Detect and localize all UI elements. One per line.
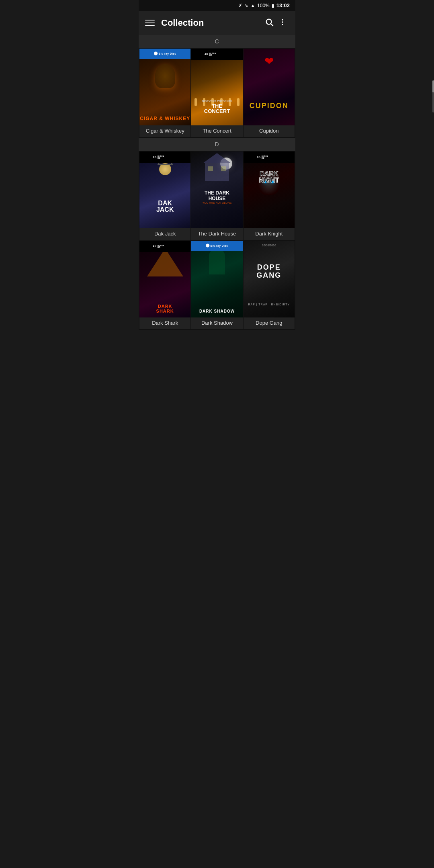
poster-art-darkshark: DARKSHARK [139, 241, 190, 317]
badge-bluray-darkshadow: Blu-ray Disc [191, 241, 242, 251]
section-header-d: D [139, 138, 295, 151]
shadow-body-art [209, 248, 225, 274]
menu-line-1 [145, 20, 155, 20]
house-roof-art [203, 153, 231, 163]
house-body [205, 163, 229, 181]
movie-title-darkknight: Dark Knight [244, 228, 295, 240]
menu-button[interactable] [145, 20, 155, 26]
status-time: 13:02 [276, 2, 290, 8]
svg-text:Blu-ray Disc: Blu-ray Disc [158, 52, 176, 55]
list-item[interactable]: 4K ULTRA HD DAKJACK Dak Jack [139, 151, 190, 240]
concert-title-text: BIGEVENT PRESENTS THECONCERT [191, 100, 242, 114]
movie-title-cupidon: Cupidon [244, 125, 295, 137]
movie-title-dakjack: Dak Jack [139, 228, 190, 240]
4k-badge-darkshark-icon: 4K ULTRA HD [152, 242, 178, 250]
dope-gang-subtitle: RAP | TRAP | RNB/DIRTY [244, 303, 295, 306]
bluray-badge-darkshadow-icon: Blu-ray Disc [205, 242, 229, 249]
page-title: Collection [161, 18, 262, 28]
battery-icon: ▮ [272, 3, 274, 8]
badge-4k-darkknight: 4K ULTRA HD [244, 151, 295, 163]
triangle-art [147, 248, 183, 276]
list-item[interactable]: THE DARKHOUSE YOU ARE NOT ALONE The Dark… [191, 151, 242, 240]
badge-4k-concert: 4K ULTRA HD [191, 49, 242, 60]
more-options-icon [278, 18, 287, 26]
poster-dak-jack: 4K ULTRA HD DAKJACK [139, 151, 190, 228]
wifi-icon: ∿ [244, 3, 248, 8]
svg-point-3 [282, 21, 283, 23]
poster-dope-gang: DOPEGANG RAP | TRAP | RNB/DIRTY 26/06/20… [244, 241, 295, 317]
svg-text:4K: 4K [205, 53, 209, 55]
list-item[interactable]: DOPEGANG RAP | TRAP | RNB/DIRTY 26/06/20… [244, 241, 295, 329]
menu-line-3 [145, 25, 155, 26]
search-icon [265, 18, 274, 27]
poster-dark-shark: 4K ULTRA HD DARKSHARK [139, 241, 190, 317]
house-window-right [221, 166, 226, 171]
movie-title-darkshadow: Dark Shadow [191, 317, 242, 329]
menu-line-2 [145, 23, 155, 23]
svg-text:HD: HD [262, 157, 265, 159]
darkhouse-title-text: THE DARKHOUSE [191, 190, 242, 202]
svg-text:4K: 4K [257, 156, 261, 158]
svg-line-1 [271, 24, 273, 26]
poster-art-cupidon: CUPIDON [244, 49, 295, 125]
bluetooth-icon: ✗ [238, 3, 242, 8]
badge-bluray-cigar: Blu-ray Disc [139, 49, 190, 59]
shadow-figure-art [209, 248, 225, 274]
4k-badge-icon: 4K ULTRA HD [204, 50, 230, 57]
status-icons: ✗ ∿ ▲ 100% ▮ 13:02 [238, 2, 290, 8]
svg-point-4 [282, 24, 283, 25]
poster-art-darkknight: DARKNIGHT [244, 151, 295, 228]
svg-text:HD: HD [158, 157, 161, 159]
movie-title-darkhouse: The Dark House [191, 228, 242, 240]
poster-dark-knight: 4K ULTRA HD DARKNIGHT [244, 151, 295, 228]
list-item[interactable]: ❤ CUPIDON Cupidon [244, 49, 295, 137]
dope-gang-title-text: DOPEGANG [244, 264, 295, 280]
list-item[interactable]: Blu-ray Disc CIGAR & WHISKEY Cigar & Whi… [139, 49, 190, 137]
svg-text:Blu-ray Disc: Blu-ray Disc [210, 244, 228, 248]
movie-title-concert: The Concert [191, 125, 242, 137]
section-header-c: C [139, 35, 295, 48]
svg-point-2 [282, 19, 283, 20]
list-item[interactable]: 4K ULTRA HD DARKNIGHT Dark Knight [244, 151, 295, 240]
badge-4k-dakjack: 4K ULTRA HD [139, 151, 190, 163]
poster-cupidon: ❤ CUPIDON [244, 49, 295, 125]
house-shape-container [205, 163, 229, 181]
dark-night-title-text: DARKNIGHT [244, 171, 295, 184]
badge-4k-darkshark: 4K ULTRA HD [139, 241, 190, 252]
svg-text:4K: 4K [153, 245, 157, 248]
dope-gang-date: 26/06/2016 [244, 244, 295, 247]
movie-title-dopegang: Dope Gang [244, 317, 295, 329]
poster-cigar-whiskey: Blu-ray Disc CIGAR & WHISKEY [139, 49, 190, 125]
cigar-whiskey-text: CIGAR & WHISKEY [139, 116, 190, 121]
dark-shark-text: DARKSHARK [139, 304, 190, 313]
dark-shadow-text: DARK SHADOW [191, 309, 242, 313]
4k-badge-darkknight-icon: 4K ULTRA HD [256, 153, 282, 160]
concert-sub: BIGEVENT PRESENTS [191, 100, 242, 102]
svg-point-25 [206, 244, 209, 248]
more-options-button[interactable] [276, 16, 289, 29]
grid-section-c: Blu-ray Disc CIGAR & WHISKEY Cigar & Whi… [139, 48, 295, 138]
search-button[interactable] [262, 16, 276, 30]
list-item[interactable]: Blu-ray Disc [191, 241, 242, 329]
dak-jack-text: DAKJACK [139, 200, 190, 213]
poster-art-dakjack: DAKJACK [139, 151, 190, 228]
poster-dark-shadow: Blu-ray Disc [191, 241, 242, 317]
bluray-badge-icon: Blu-ray Disc [153, 50, 177, 57]
list-item[interactable]: 4K ULTRA HD DARKSHARK Dark Shark [139, 241, 190, 329]
glass-art [155, 64, 175, 88]
list-item[interactable]: 4K ULTRA HD BIGEVENT PRESENTS THECONCERT [191, 49, 242, 137]
poster-art-darkshadow: DARK SHADOW [191, 241, 242, 317]
poster-concert: 4K ULTRA HD BIGEVENT PRESENTS THECONCERT [191, 49, 242, 125]
darkhouse-tagline: YOU ARE NOT ALONE [191, 201, 242, 204]
poster-art-darkhouse: THE DARKHOUSE YOU ARE NOT ALONE [191, 151, 242, 228]
house-art-element [205, 163, 229, 181]
4k-badge-dakjack-icon: 4K ULTRA HD [152, 153, 178, 160]
svg-point-6 [154, 52, 158, 55]
app-bar: Collection [139, 11, 295, 35]
dj-figure-art [155, 163, 175, 195]
house-window-left [208, 166, 213, 171]
poster-art-concert: BIGEVENT PRESENTS THECONCERT [191, 49, 242, 125]
poster-art-cigar: CIGAR & WHISKEY [139, 49, 190, 125]
svg-text:HD: HD [158, 246, 161, 248]
poster-dark-house: THE DARKHOUSE YOU ARE NOT ALONE [191, 151, 242, 228]
